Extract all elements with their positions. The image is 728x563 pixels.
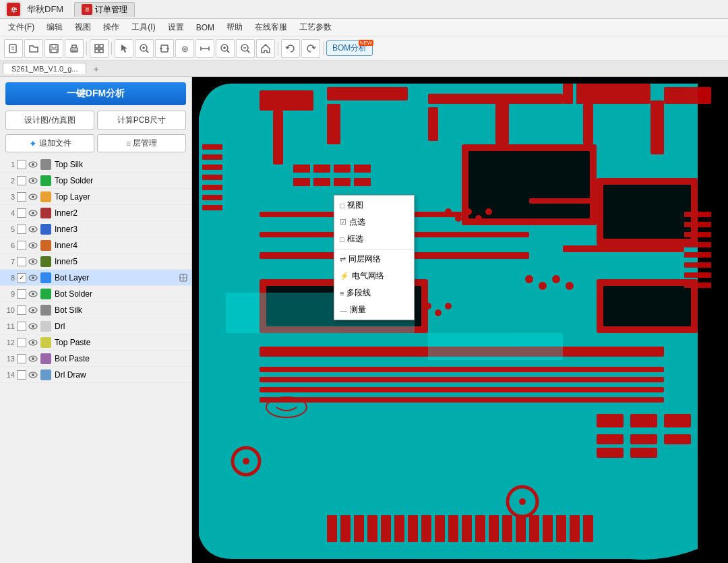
- menu-file[interactable]: 文件(F): [3, 20, 40, 34]
- layer-checkbox[interactable]: [17, 289, 26, 299]
- layer-checkbox[interactable]: [17, 305, 26, 315]
- menu-bom[interactable]: BOM: [191, 22, 220, 34]
- toolbar-pan[interactable]: ⊕: [175, 39, 194, 58]
- context-menu-item[interactable]: ☑点选: [334, 214, 414, 231]
- layer-color-swatch: [40, 305, 51, 316]
- menu-online-service[interactable]: 在线客服: [249, 20, 293, 34]
- layer-mgr-button[interactable]: ≡ 层管理: [97, 134, 186, 152]
- svg-rect-76: [650, 100, 664, 154]
- layer-eye-icon[interactable]: [28, 191, 38, 202]
- layer-checkbox[interactable]: [17, 241, 26, 250]
- layer-eye-icon[interactable]: [28, 353, 38, 364]
- layer-name-label: Bot Layer: [55, 273, 177, 283]
- svg-rect-163: [684, 283, 711, 288]
- context-menu-item[interactable]: ⇌同层网络: [334, 251, 414, 268]
- layer-row[interactable]: 11 Drl: [0, 318, 191, 334]
- toolbar-save[interactable]: [44, 39, 63, 58]
- menu-settings[interactable]: 设置: [162, 20, 189, 34]
- toolbar-fit[interactable]: [155, 39, 174, 58]
- layer-eye-icon[interactable]: [28, 369, 38, 380]
- layer-row[interactable]: 10 Bot Silk: [0, 302, 191, 318]
- layer-eye-icon[interactable]: [28, 224, 38, 235]
- svg-point-58: [32, 325, 34, 328]
- svg-text:⊕: ⊕: [181, 44, 189, 54]
- toolbar-open[interactable]: [24, 39, 43, 58]
- bom-analysis-button[interactable]: BOM分析 NEW: [326, 40, 373, 56]
- toolbar-grid[interactable]: [90, 39, 109, 58]
- layer-checkbox[interactable]: [17, 176, 26, 185]
- layer-eye-icon[interactable]: [28, 159, 38, 170]
- layer-row[interactable]: 2 Top Solder: [0, 173, 191, 189]
- context-menu-item[interactable]: □视图: [334, 197, 414, 214]
- pcb-size-button[interactable]: 计算PCB尺寸: [97, 111, 186, 130]
- toolbar-redo[interactable]: [301, 39, 320, 58]
- svg-rect-164: [563, 84, 573, 104]
- toolbar-print[interactable]: [65, 39, 84, 58]
- context-menu-item[interactable]: □框选: [334, 231, 414, 247]
- toolbar-zoom-in[interactable]: [216, 39, 235, 58]
- svg-rect-96: [202, 175, 222, 180]
- layer-row[interactable]: 12 Top Paste: [0, 334, 191, 351]
- layer-checkbox[interactable]: [17, 160, 26, 169]
- toolbar-cursor[interactable]: [115, 39, 133, 58]
- svg-rect-122: [603, 286, 691, 326]
- add-tab-button[interactable]: +: [89, 62, 102, 76]
- svg-rect-73: [428, 107, 438, 141]
- layer-row[interactable]: 3 Top Layer: [0, 189, 191, 205]
- layer-row[interactable]: 9 Bot Solder: [0, 286, 191, 302]
- svg-rect-102: [260, 377, 664, 382]
- layer-row[interactable]: 13 Bot Paste: [0, 351, 191, 367]
- layer-row[interactable]: 4 Inner2: [0, 205, 191, 221]
- canvas-area[interactable]: □视图☑点选□框选⇌同层网络⚡电气网络≡多段线—测量: [192, 77, 728, 563]
- toolbar-new[interactable]: [4, 39, 23, 58]
- layer-checkbox[interactable]: [17, 192, 26, 202]
- context-menu-item[interactable]: —测量: [334, 301, 414, 318]
- svg-rect-101: [260, 367, 664, 372]
- toolbar-zoom-area[interactable]: [135, 39, 154, 58]
- order-tab[interactable]: 票 订单管理: [74, 2, 135, 17]
- svg-rect-153: [664, 434, 691, 444]
- toolbar-measure[interactable]: [195, 39, 214, 58]
- layer-checkbox[interactable]: [17, 225, 26, 234]
- layer-checkbox[interactable]: [17, 354, 26, 363]
- layer-eye-icon[interactable]: [28, 289, 38, 299]
- menu-edit[interactable]: 编辑: [41, 20, 68, 34]
- layer-checkbox[interactable]: [17, 257, 26, 266]
- layer-eye-icon[interactable]: [28, 337, 38, 348]
- menu-help[interactable]: 帮助: [221, 20, 248, 34]
- toolbar-home[interactable]: [256, 39, 275, 58]
- layer-eye-icon[interactable]: [28, 272, 38, 283]
- layer-eye-icon[interactable]: [28, 321, 38, 332]
- layer-checkbox[interactable]: [17, 273, 26, 283]
- context-menu-item[interactable]: ⚡电气网络: [334, 268, 414, 285]
- menu-operate[interactable]: 操作: [98, 20, 125, 34]
- design-view-button[interactable]: 设计图/仿真图: [5, 111, 94, 130]
- layer-checkbox[interactable]: [17, 322, 26, 331]
- toolbar-undo[interactable]: [281, 39, 300, 58]
- layer-row[interactable]: 8 Bot Layer: [0, 270, 191, 286]
- layer-eye-icon[interactable]: [28, 305, 38, 316]
- layer-row[interactable]: 6 Inner4: [0, 237, 191, 254]
- layer-checkbox[interactable]: [17, 208, 26, 218]
- layer-eye-icon[interactable]: [28, 175, 38, 186]
- layer-eye-icon[interactable]: [28, 240, 38, 251]
- layer-row[interactable]: 5 Inner3: [0, 221, 191, 237]
- menu-tools[interactable]: 工具(I): [126, 20, 160, 34]
- add-file-button[interactable]: ✦ 追加文件: [5, 134, 94, 152]
- layer-row[interactable]: 1 Top Silk: [0, 156, 191, 173]
- svg-rect-12: [95, 45, 98, 48]
- toolbar-zoom-out[interactable]: [236, 39, 255, 58]
- context-menu-item[interactable]: ≡多段线: [334, 285, 414, 301]
- layer-checkbox[interactable]: [17, 370, 26, 380]
- file-tab[interactable]: S261_MB_V1.0_g...: [3, 63, 86, 74]
- dfm-analyze-button[interactable]: 一键DFM分析: [5, 82, 186, 105]
- layer-checkbox[interactable]: [17, 338, 26, 347]
- menu-view[interactable]: 视图: [69, 20, 96, 34]
- action-row: ✦ 追加文件 ≡ 层管理: [5, 134, 186, 152]
- layer-row[interactable]: 14 Drl Draw: [0, 367, 191, 383]
- layer-row[interactable]: 7 Inner5: [0, 254, 191, 270]
- layer-eye-icon[interactable]: [28, 256, 38, 267]
- menu-process-params[interactable]: 工艺参数: [294, 20, 337, 34]
- tabbar: S261_MB_V1.0_g... +: [0, 61, 728, 77]
- layer-eye-icon[interactable]: [28, 208, 38, 218]
